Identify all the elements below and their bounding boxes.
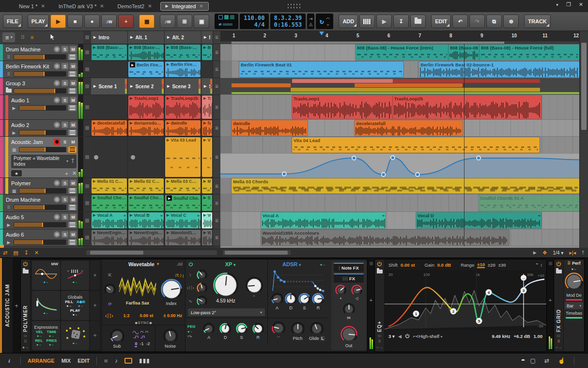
vel-depth-knob[interactable]: [335, 284, 347, 296]
launcher-clip[interactable]: ▶Mella: [202, 178, 212, 193]
follow-icon[interactable]: ↧: [24, 250, 29, 256]
solo-button[interactable]: S: [62, 196, 68, 203]
launcher-clip[interactable]: ▶Soulful Cho…: [128, 195, 164, 211]
add-modulator-button[interactable]: +: [90, 291, 100, 320]
clip-slot[interactable]: ▶Mella 03 C…: [165, 178, 201, 194]
add-marker-button[interactable]: ⊞: [177, 15, 192, 28]
launcher-view-icon[interactable]: ≡: [31, 34, 33, 40]
automation-lane[interactable]: [220, 153, 579, 178]
feg-decay-knob[interactable]: [219, 322, 232, 335]
edit-menu-button[interactable]: EDIT: [431, 15, 451, 28]
env-attack-knob[interactable]: [271, 292, 284, 305]
launcher-clip[interactable]: ▶Soulful Cho…: [165, 195, 201, 211]
volume-fader[interactable]: [19, 188, 66, 193]
polymer-power-button[interactable]: [23, 261, 28, 267]
scene-header-intro[interactable]: ▶Intro: [91, 31, 128, 44]
clip-slot[interactable]: ▶fallon: [201, 120, 213, 136]
shift-value[interactable]: 0.00 st: [401, 262, 415, 268]
arranger-h-scrollbar[interactable]: [223, 250, 291, 255]
track-name[interactable]: Drum Machine: [6, 47, 52, 52]
launcher-clip[interactable]: ▶Vocal B▾▾: [128, 212, 164, 228]
launcher-clip[interactable]: ▶Vita 0: [202, 137, 212, 177]
play-menu-button[interactable]: PLAY: [28, 15, 49, 28]
track-list-menu-button[interactable]: ≣▾: [2, 32, 15, 42]
overdub-button[interactable]: ♪w: [101, 15, 117, 28]
favorite-button[interactable]: ★: [11, 170, 22, 176]
arranger-clip[interactable]: Vocal D▾▾: [416, 212, 542, 228]
track-menu-button[interactable]: [68, 146, 77, 153]
volume-fader[interactable]: [14, 54, 66, 60]
collapse-device-icon[interactable]: [549, 262, 552, 265]
launcher-clip[interactable]: ▶808 (: [202, 45, 212, 60]
glide-knob[interactable]: [309, 321, 324, 336]
launcher-record-button[interactable]: ▦: [139, 15, 155, 28]
note-fx-slot[interactable]: Note FX: [334, 263, 364, 272]
automation-icon[interactable]: ♪: [115, 357, 118, 364]
track-header-polymer[interactable]: PolymerSM▦: [0, 178, 83, 194]
arranger-clip[interactable]: Vita 04 Lead: [292, 137, 540, 153]
mute-button[interactable]: M: [70, 196, 77, 203]
volume-fader[interactable]: [14, 222, 66, 227]
track-name[interactable]: Audio 1: [11, 97, 52, 103]
launcher-h-scrollbar[interactable]: [86, 250, 217, 255]
solo-button[interactable]: S: [62, 214, 68, 220]
add-modulator-button[interactable]: +: [90, 321, 100, 350]
automation-write-button[interactable]: ♪w: [160, 15, 175, 28]
slot-record-dot[interactable]: [131, 155, 135, 160]
track-header-group-3[interactable]: Group 3SM: [0, 78, 83, 95]
range-30-button[interactable]: ±30: [498, 262, 506, 268]
clip-slot[interactable]: ▶Wavo: [201, 229, 213, 246]
clip-slot[interactable]: ▶dwindle: [165, 120, 201, 136]
solo-button[interactable]: S: [62, 231, 68, 238]
tab-close-icon[interactable]: ✕: [199, 3, 203, 9]
band-gain-value[interactable]: +6.2 dB: [513, 334, 530, 339]
sub-octave-selector[interactable]: 0-1-2: [135, 341, 150, 347]
instrument-track-icon[interactable]: [359, 15, 375, 28]
track-launcher-options[interactable]: ≣: [213, 44, 220, 61]
track-menu-button[interactable]: [68, 54, 77, 60]
clip-slot[interactable]: ▶808 (Bass-…: [91, 44, 128, 61]
clip-slot[interactable]: ▶Scene 1: [91, 78, 128, 95]
window-restore-icon[interactable]: ❐: [566, 1, 571, 8]
device-panel-toggle[interactable]: [124, 358, 132, 364]
track-name[interactable]: Polymer: [11, 180, 52, 186]
record-arm-button[interactable]: [54, 122, 60, 128]
launcher-clip[interactable]: ▶Vocal A▾▾: [92, 212, 127, 228]
arranger-clip[interactable]: Vocal A▾▾: [261, 212, 386, 228]
clip-slot[interactable]: ▶Vocal: [201, 212, 213, 229]
position-display[interactable]: 8.3.2.39 0:16.553: [270, 14, 306, 29]
clip-slot[interactable]: ▶Vocal B▾▾: [128, 212, 165, 229]
detune-value[interactable]: ± 0.00 Hz: [164, 313, 182, 318]
track-menu-button[interactable]: [68, 129, 77, 136]
arranger-clip[interactable]: Mella 03 Chords: [232, 178, 579, 193]
sub-scene-button[interactable]: ▶Scene 1: [91, 78, 127, 95]
record-arm-button[interactable]: [54, 231, 60, 238]
launcher-clip[interactable]: ▶NeverEngin…: [128, 230, 164, 245]
solo-button[interactable]: S: [62, 139, 68, 145]
track-launcher-options[interactable]: ≣: [213, 61, 220, 78]
env-mod-out-icon[interactable]: ●→: [320, 263, 325, 266]
mute-button[interactable]: M: [70, 139, 77, 145]
env-decay-knob[interactable]: [284, 292, 297, 305]
modulators-icon[interactable]: ⠿: [24, 340, 27, 344]
track-header-berlin-firework-kit[interactable]: Berlin Firework KitSM⠿: [0, 61, 83, 78]
eq-power-button[interactable]: [377, 261, 382, 267]
clip-slot[interactable]: ▶NeverEngin…: [128, 229, 165, 246]
fx-slot[interactable]: FX: [334, 273, 364, 283]
track-menu-button[interactable]: [68, 204, 77, 210]
scene-header-main[interactable]: ▶Main: [201, 31, 213, 44]
remote-controls-icon[interactable]: ▭: [557, 334, 561, 338]
arranger-clip[interactable]: TrashLoop2b: [393, 96, 542, 119]
arranger-clip[interactable]: 808 (Bass-08) - House Force (intro): [356, 45, 449, 60]
launcher-clip[interactable]: ▶Mella 03 C…: [165, 178, 201, 193]
tab-close-icon[interactable]: ✕: [148, 3, 152, 9]
arranger-clip[interactable]: dwindle: [232, 120, 308, 136]
band-type-dropdown[interactable]: ⌐<High-shelf ▾: [413, 334, 443, 339]
volume-fader[interactable]: [14, 205, 66, 210]
polymer-preset-icon[interactable]: [23, 269, 29, 274]
gain-value[interactable]: 0.0 dB: [437, 262, 451, 268]
mod-wheel-modulator[interactable]: MW ●→: [32, 261, 60, 290]
sub-scene-button[interactable]: ▶Scene 3: [165, 78, 201, 95]
noise-knob[interactable]: [163, 328, 178, 344]
stop-all-cell[interactable]: [83, 31, 91, 44]
